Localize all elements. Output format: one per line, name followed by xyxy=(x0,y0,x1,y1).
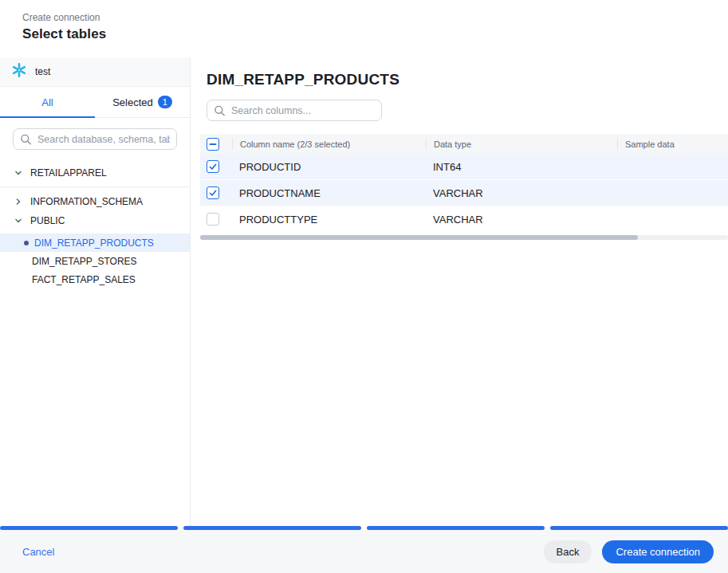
table-row[interactable]: PRODUCTNAME VARCHAR xyxy=(200,180,728,206)
cell-column-name: PRODUCTNAME xyxy=(232,187,426,199)
row-checkbox[interactable] xyxy=(207,213,219,226)
back-button[interactable]: Back xyxy=(544,540,592,563)
table-row[interactable]: PRODUCTID INT64 xyxy=(200,154,728,180)
cell-data-type: INT64 xyxy=(426,161,617,173)
footer-bar: Cancel Back Create connection xyxy=(0,530,728,573)
tab-all-label: All xyxy=(41,96,53,108)
tab-selected[interactable]: Selected 1 xyxy=(95,87,190,117)
sidebar-search xyxy=(13,128,177,150)
main-panel: DIM_RETAPP_PRODUCTS Column name (2/3 sel… xyxy=(191,57,728,526)
columns-table-header: Column name (2/3 selected) Data type Sam… xyxy=(200,134,728,154)
cell-data-type: VARCHAR xyxy=(426,214,617,226)
checkmark-icon xyxy=(208,188,218,198)
search-icon xyxy=(214,104,226,116)
checkmark-icon xyxy=(208,162,218,171)
scrollbar-thumb[interactable] xyxy=(200,235,638,240)
breadcrumb: Create connection xyxy=(22,12,728,23)
tab-selected-label: Selected xyxy=(112,96,153,108)
header-data-type: Data type xyxy=(426,138,617,150)
tree-table-fact-retapp-sales[interactable]: FACT_RETAPP_SALES xyxy=(0,270,190,288)
table-row[interactable]: PRODUCTTYPE VARCHAR xyxy=(200,206,728,233)
tree-table-label: DIM_RETAPP_PRODUCTS xyxy=(34,237,154,249)
schema-tree: RETAILAPPAREL INFORMATION_SCHEMA PUBLIC … xyxy=(0,163,190,288)
chevron-down-icon xyxy=(14,217,22,225)
table-title: DIM_RETAPP_PRODUCTS xyxy=(207,71,728,88)
cancel-link[interactable]: Cancel xyxy=(22,546,54,558)
chevron-right-icon xyxy=(14,198,22,206)
tab-all[interactable]: All xyxy=(0,87,95,117)
row-checkbox[interactable] xyxy=(207,160,219,173)
select-all-checkbox[interactable] xyxy=(207,138,219,151)
tree-schema-label: PUBLIC xyxy=(30,215,65,226)
header-column-name: Column name (2/3 selected) xyxy=(232,138,426,150)
tree-schema-public[interactable]: PUBLIC xyxy=(0,211,190,230)
tree-database-label: RETAILAPPAREL xyxy=(30,167,107,179)
header-sample-data: Sample data xyxy=(617,138,728,150)
cell-data-type: VARCHAR xyxy=(426,187,617,199)
cell-column-name: PRODUCTID xyxy=(232,161,426,173)
horizontal-scrollbar[interactable] xyxy=(200,235,728,240)
page-header: Create connection Select tables xyxy=(0,0,728,57)
indeterminate-dash-icon xyxy=(209,140,217,148)
connection-row: test xyxy=(0,57,190,87)
tree-table-label: DIM_RETAPP_STORES xyxy=(32,256,137,267)
tree-table-dim-retapp-stores[interactable]: DIM_RETAPP_STORES xyxy=(0,252,190,270)
tree-table-label: FACT_RETAPP_SALES xyxy=(32,274,136,285)
columns-search xyxy=(207,100,382,121)
tree-table-dim-retapp-products[interactable]: DIM_RETAPP_PRODUCTS xyxy=(0,234,190,252)
columns-search-input[interactable] xyxy=(207,100,382,121)
selected-bullet-icon xyxy=(24,241,29,245)
tree-schema-label: INFORMATION_SCHEMA xyxy=(30,196,143,207)
chevron-down-icon xyxy=(14,169,22,177)
sidebar-search-input[interactable] xyxy=(13,128,177,150)
tree-database-retailapparel[interactable]: RETAILAPPAREL xyxy=(0,163,190,182)
connection-name: test xyxy=(35,66,50,77)
columns-table: Column name (2/3 selected) Data type Sam… xyxy=(200,134,728,233)
selected-count-badge: 1 xyxy=(158,96,172,108)
tree-schema-information-schema[interactable]: INFORMATION_SCHEMA xyxy=(0,192,190,211)
sidebar-tabs: All Selected 1 xyxy=(0,87,190,118)
snowflake-logo-icon xyxy=(11,62,27,81)
tree-table-list: DIM_RETAPP_PRODUCTS DIM_RETAPP_STORES FA… xyxy=(0,234,190,288)
tree-divider xyxy=(0,186,190,187)
sidebar: test All Selected 1 RETAILAPPAREL xyxy=(0,57,191,526)
create-connection-button[interactable]: Create connection xyxy=(602,540,714,563)
row-checkbox[interactable] xyxy=(207,186,219,199)
page-title: Select tables xyxy=(22,26,728,42)
cell-column-name: PRODUCTTYPE xyxy=(232,214,426,226)
search-icon xyxy=(20,133,32,145)
